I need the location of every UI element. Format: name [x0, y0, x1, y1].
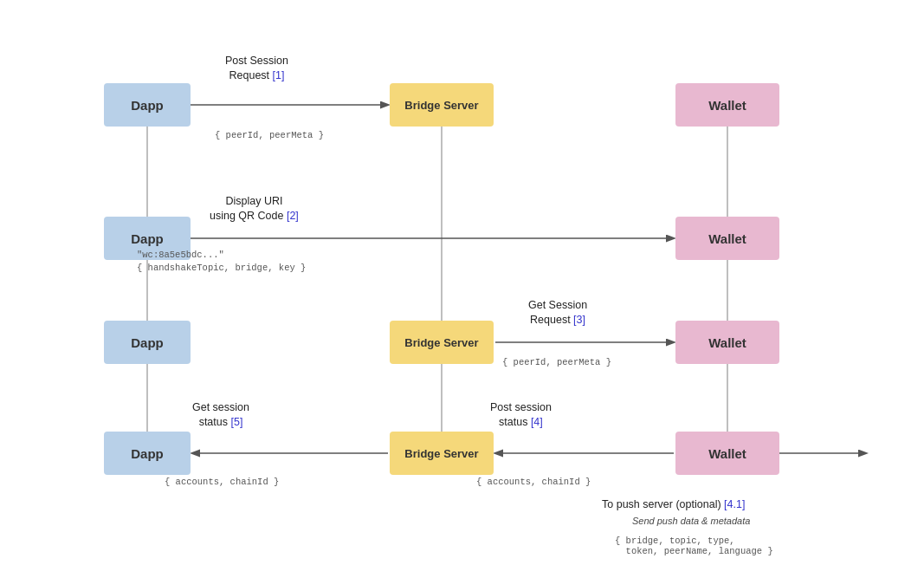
bridge-label-2: Bridge Server	[404, 336, 478, 349]
bridge-box-2: Bridge Server	[390, 321, 494, 364]
code3: { peerId, peerMeta }	[502, 357, 611, 367]
step2-num: [2]	[287, 210, 299, 222]
dapp-label-4: Dapp	[131, 446, 164, 461]
step41-label: To push server (optional) [4.1]	[602, 497, 745, 512]
wallet-label-4: Wallet	[708, 446, 746, 461]
wallet-label-3: Wallet	[708, 335, 746, 350]
step5-label: Get sessionstatus [5]	[192, 400, 249, 430]
step3-num: [3]	[573, 314, 585, 326]
step4-label: Post sessionstatus [4]	[490, 400, 552, 430]
step4-num: [4]	[531, 416, 543, 428]
step41-sublabel: Send push data & metadata	[632, 515, 750, 528]
dapp-box-4: Dapp	[104, 432, 191, 475]
diagram: Dapp Dapp Dapp Dapp Bridge Server Bridge…	[0, 0, 924, 578]
dapp-box-3: Dapp	[104, 321, 191, 364]
dapp-label-3: Dapp	[131, 335, 164, 350]
bridge-box-1: Bridge Server	[390, 83, 494, 127]
step41-num: [4.1]	[724, 498, 745, 510]
dapp-label-1: Dapp	[131, 98, 164, 113]
wallet-box-1: Wallet	[675, 83, 779, 127]
step1-label: Post SessionRequest [1]	[225, 54, 288, 83]
code2b: { handshakeTopic, bridge, key }	[137, 263, 306, 273]
step1-num: [1]	[273, 69, 285, 81]
dapp-label-2: Dapp	[131, 231, 164, 246]
code2a: "wc:8a5e5bdc..."	[137, 250, 224, 260]
step2-label: Display URIusing QR Code [2]	[210, 194, 299, 224]
dapp-box-1: Dapp	[104, 83, 191, 127]
wallet-box-2: Wallet	[675, 217, 779, 260]
code41: { bridge, topic, type, token, peerName, …	[615, 536, 773, 556]
step3-label: Get SessionRequest [3]	[528, 298, 587, 328]
bridge-label-1: Bridge Server	[404, 99, 478, 112]
step5-num: [5]	[230, 416, 242, 428]
wallet-label-1: Wallet	[708, 98, 746, 113]
code4: { accounts, chainId }	[476, 477, 591, 487]
code5: { accounts, chainId }	[165, 477, 279, 487]
wallet-box-3: Wallet	[675, 321, 779, 364]
bridge-label-3: Bridge Server	[404, 447, 478, 460]
code1: { peerId, peerMeta }	[215, 130, 324, 140]
bridge-box-3: Bridge Server	[390, 432, 494, 475]
wallet-label-2: Wallet	[708, 231, 746, 246]
wallet-box-4: Wallet	[675, 432, 779, 475]
